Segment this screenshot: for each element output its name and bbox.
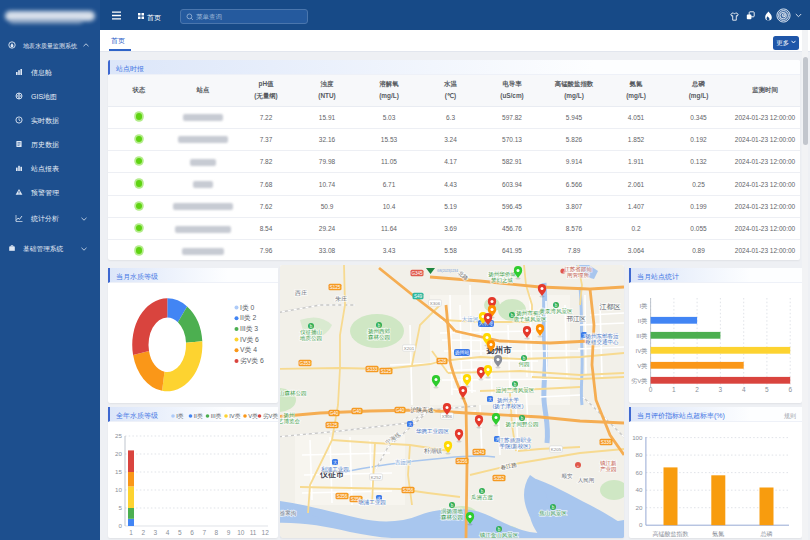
svg-text:吉运河: 吉运河 — [395, 459, 412, 466]
svg-text:扬子间野公园: 扬子间野公园 — [506, 421, 539, 428]
svg-text:20: 20 — [115, 450, 122, 457]
svg-text:劣V类: 劣V类 — [631, 377, 648, 385]
svg-text:I类: I类 — [640, 302, 648, 309]
svg-text:S125: S125 — [327, 423, 338, 428]
svg-text:总磷: 总磷 — [760, 531, 773, 537]
svg-text:X306: X306 — [430, 301, 441, 306]
svg-text:梦幻之城: 梦幻之城 — [491, 277, 514, 284]
svg-text:G40: G40 — [396, 408, 405, 413]
svg-text:40: 40 — [636, 486, 643, 493]
svg-text:6: 6 — [788, 386, 792, 393]
svg-text:K205: K205 — [551, 447, 562, 452]
svg-text:S356: S356 — [403, 488, 414, 493]
svg-text:S243: S243 — [474, 450, 485, 455]
svg-text:S125: S125 — [381, 369, 392, 374]
svg-text:氨氮: 氨氮 — [712, 530, 724, 537]
svg-text:邗江区: 邗江区 — [566, 315, 586, 323]
svg-text:枢纽交通中心: 枢纽交通中心 — [586, 338, 620, 345]
svg-text:S125: S125 — [330, 285, 341, 290]
svg-text:IV类: IV类 — [229, 413, 240, 419]
svg-text:III类: III类 — [636, 332, 647, 339]
svg-text:8: 8 — [215, 529, 219, 536]
svg-text:V类 4: V类 4 — [240, 346, 257, 353]
svg-text:华腾工业园区: 华腾工业园区 — [416, 428, 450, 435]
svg-text:3: 3 — [719, 386, 723, 393]
svg-text:镇江金山风景区: 镇江金山风景区 — [480, 532, 519, 538]
svg-text:S28: S28 — [438, 359, 447, 364]
svg-text:4: 4 — [742, 386, 746, 393]
svg-text:12: 12 — [262, 529, 270, 536]
svg-text:S356: S356 — [337, 494, 348, 499]
svg-text:9: 9 — [227, 529, 231, 536]
svg-text:朱庄: 朱庄 — [335, 295, 347, 302]
svg-text:江都区: 江都区 — [600, 303, 621, 311]
svg-text:GS(2023)1234: GS(2023)1234 — [437, 269, 458, 273]
svg-text:V类: V类 — [248, 413, 258, 419]
svg-text:IV类: IV类 — [635, 347, 647, 354]
svg-text:产业园: 产业园 — [600, 466, 617, 473]
svg-text:人民闸: 人民闸 — [578, 477, 595, 484]
svg-text:4: 4 — [166, 529, 170, 536]
svg-text:(扬子津校区): (扬子津校区) — [492, 403, 523, 410]
svg-text:艺博览会: 艺博览会 — [280, 418, 301, 425]
svg-text:20: 20 — [636, 504, 643, 511]
svg-text:6: 6 — [190, 529, 194, 536]
svg-text:地质公园: 地质公园 — [299, 335, 322, 342]
svg-text:闸管理所: 闸管理所 — [567, 272, 590, 279]
svg-text:100: 100 — [632, 434, 643, 441]
svg-text:运河三湾风景区: 运河三湾风景区 — [496, 387, 535, 394]
svg-text:III类: III类 — [211, 413, 222, 419]
svg-text:山森林公园: 山森林公园 — [280, 390, 307, 397]
svg-text:S356: S356 — [457, 459, 468, 464]
svg-text:25: 25 — [115, 432, 122, 439]
svg-text:10: 10 — [237, 529, 245, 536]
svg-text:7: 7 — [202, 529, 206, 536]
svg-text:0: 0 — [119, 522, 123, 529]
svg-text:劣V类: 劣V类 — [263, 413, 279, 420]
svg-text:1: 1 — [129, 529, 133, 536]
svg-text:G40: G40 — [353, 409, 362, 414]
svg-text:5: 5 — [178, 529, 182, 536]
svg-text:劣V类 6: 劣V类 6 — [240, 357, 264, 365]
svg-text:K252: K252 — [371, 475, 382, 480]
svg-text:何园: 何园 — [519, 361, 530, 368]
svg-text:徐家沟: 徐家沟 — [280, 510, 296, 517]
svg-text:II类 2: II类 2 — [240, 314, 256, 321]
svg-text:G40: G40 — [330, 411, 339, 416]
svg-text:高锰酸盐指数: 高锰酸盐指数 — [653, 530, 689, 538]
svg-text:唐子城风景区: 唐子城风景区 — [514, 316, 548, 323]
svg-text:森林公园: 森林公园 — [368, 334, 390, 341]
svg-text:利涌工业园: 利涌工业园 — [321, 466, 349, 473]
svg-text:V类: V类 — [637, 362, 647, 369]
svg-text:3: 3 — [154, 529, 158, 536]
svg-text:III类 3: III类 3 — [240, 325, 258, 332]
svg-text:胡浦工业园: 胡浦工业园 — [358, 499, 386, 506]
svg-text:1: 1 — [672, 386, 676, 393]
svg-text:S352: S352 — [494, 476, 505, 481]
svg-text:学院(新校区): 学院(新校区) — [499, 443, 530, 450]
svg-text:大运河: 大运河 — [462, 316, 479, 323]
svg-text:0: 0 — [639, 521, 643, 528]
svg-text:5: 5 — [119, 504, 123, 511]
svg-text:15: 15 — [115, 468, 122, 475]
svg-text:I类 0: I类 0 — [240, 304, 255, 311]
svg-text:2: 2 — [695, 386, 699, 393]
svg-text:I类: I类 — [176, 413, 184, 419]
svg-text:瓜洲古渡: 瓜洲古渡 — [471, 494, 494, 501]
svg-text:60: 60 — [636, 469, 643, 476]
svg-text:焦山风景区: 焦山风景区 — [539, 510, 567, 516]
svg-text:西庄: 西庄 — [295, 289, 307, 297]
svg-text:II类: II类 — [638, 317, 648, 324]
svg-text:2: 2 — [141, 529, 145, 536]
svg-text:80: 80 — [636, 451, 643, 458]
svg-text:G345: G345 — [411, 271, 423, 276]
svg-text:沪陕高速: 沪陕高速 — [410, 406, 433, 414]
svg-text:森林公园: 森林公园 — [441, 514, 463, 521]
svg-text:II类: II类 — [194, 413, 203, 419]
svg-text:S49: S49 — [414, 294, 423, 299]
svg-text:X201: X201 — [404, 346, 415, 351]
svg-text:顺安: 顺安 — [562, 473, 574, 479]
svg-text:11: 11 — [250, 529, 257, 536]
svg-text:IV类 6: IV类 6 — [240, 336, 259, 343]
svg-text:G353: G353 — [299, 361, 311, 366]
